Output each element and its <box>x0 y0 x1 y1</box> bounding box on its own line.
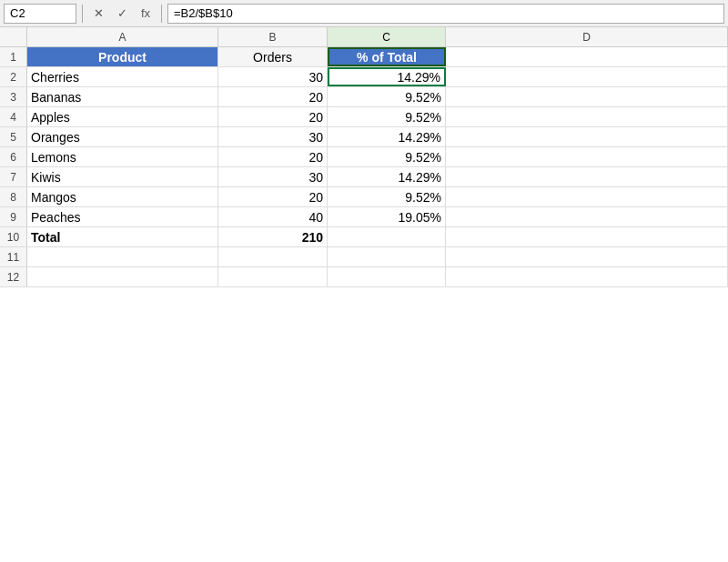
col-header-a[interactable]: A <box>27 27 218 46</box>
cell-d9[interactable] <box>446 207 728 226</box>
cell-d7[interactable] <box>446 167 728 186</box>
column-headers: A B C D <box>0 27 728 47</box>
cell-b6[interactable]: 20 <box>218 147 328 166</box>
cell-c3[interactable]: 9.52% <box>328 87 446 106</box>
row-num-1: 1 <box>0 47 27 66</box>
cell-c12[interactable] <box>328 267 446 286</box>
cell-a3[interactable]: Bananas <box>27 87 218 106</box>
cell-c7[interactable]: 14.29% <box>328 167 446 186</box>
spreadsheet: A B C D 1 Product Orders % of Total 2 Ch… <box>0 27 728 562</box>
cell-b3[interactable]: 20 <box>218 87 328 106</box>
cell-a4[interactable]: Apples <box>27 107 218 126</box>
cell-a7[interactable]: Kiwis <box>27 167 218 186</box>
row-num-12: 12 <box>0 267 27 286</box>
row-num-11: 11 <box>0 247 27 266</box>
cell-d4[interactable] <box>446 107 728 126</box>
cell-b11[interactable] <box>218 247 328 266</box>
cell-d11[interactable] <box>446 247 728 266</box>
cell-d1[interactable] <box>446 47 728 66</box>
cell-a6[interactable]: Lemons <box>27 147 218 166</box>
corner-spacer <box>0 27 27 46</box>
formula-input[interactable] <box>167 4 724 24</box>
data-row-9: 9 Peaches 40 19.05% <box>0 207 728 227</box>
col-header-b[interactable]: B <box>218 27 328 46</box>
function-button[interactable]: fx <box>136 4 156 24</box>
data-row-4: 4 Apples 20 9.52% <box>0 107 728 127</box>
cell-c8[interactable]: 9.52% <box>328 187 446 206</box>
cell-name-box[interactable]: C2 <box>4 4 76 24</box>
cell-a-total[interactable]: Total <box>27 227 218 246</box>
formula-separator-2 <box>161 5 162 23</box>
cell-b1[interactable]: Orders <box>218 47 328 66</box>
row-num-5: 5 <box>0 127 27 146</box>
data-rows: 2 Cherries 30 14.29% 3 Bananas 20 9.52% … <box>0 67 728 227</box>
cell-b7[interactable]: 30 <box>218 167 328 186</box>
cancel-button[interactable]: ✕ <box>88 4 108 24</box>
cell-c4[interactable]: 9.52% <box>328 107 446 126</box>
empty-rows: 11 12 <box>0 247 728 287</box>
cell-a2[interactable]: Cherries <box>27 67 218 86</box>
cell-b9[interactable]: 40 <box>218 207 328 226</box>
cell-a12[interactable] <box>27 267 218 286</box>
data-row-3: 3 Bananas 20 9.52% <box>0 87 728 107</box>
cell-c1[interactable]: % of Total <box>328 47 446 66</box>
col-header-d[interactable]: D <box>446 27 728 46</box>
cell-c5[interactable]: 14.29% <box>328 127 446 146</box>
col-header-c[interactable]: C <box>328 27 446 46</box>
formula-bar: C2 ✕ ✓ fx <box>0 0 728 27</box>
row-num-8: 8 <box>0 187 27 206</box>
cell-d6[interactable] <box>446 147 728 166</box>
header-row: 1 Product Orders % of Total <box>0 47 728 67</box>
data-row-5: 5 Oranges 30 14.29% <box>0 127 728 147</box>
cell-d12[interactable] <box>446 267 728 286</box>
cell-a5[interactable]: Oranges <box>27 127 218 146</box>
cell-b2[interactable]: 30 <box>218 67 328 86</box>
empty-row-11: 11 <box>0 247 728 267</box>
row-num-3: 3 <box>0 87 27 106</box>
row-num-2: 2 <box>0 67 27 86</box>
cell-c9[interactable]: 19.05% <box>328 207 446 226</box>
data-row-6: 6 Lemons 20 9.52% <box>0 147 728 167</box>
confirm-button[interactable]: ✓ <box>112 4 132 24</box>
data-row-2: 2 Cherries 30 14.29% <box>0 67 728 87</box>
cell-d5[interactable] <box>446 127 728 146</box>
cell-b12[interactable] <box>218 267 328 286</box>
cell-b-total[interactable]: 210 <box>218 227 328 246</box>
cell-d-total[interactable] <box>446 227 728 246</box>
row-num-total: 10 <box>0 227 27 246</box>
cell-b8[interactable]: 20 <box>218 187 328 206</box>
cell-a1[interactable]: Product <box>27 47 218 66</box>
grid-body: 1 Product Orders % of Total 2 Cherries 3… <box>0 47 728 562</box>
row-num-4: 4 <box>0 107 27 126</box>
cell-c11[interactable] <box>328 247 446 266</box>
cell-c-total[interactable] <box>328 227 446 246</box>
cell-a8[interactable]: Mangos <box>27 187 218 206</box>
cell-d8[interactable] <box>446 187 728 206</box>
cell-a11[interactable] <box>27 247 218 266</box>
empty-row-12: 12 <box>0 267 728 287</box>
row-num-6: 6 <box>0 147 27 166</box>
total-row: 10 Total 210 <box>0 227 728 247</box>
cell-b4[interactable]: 20 <box>218 107 328 126</box>
cell-d3[interactable] <box>446 87 728 106</box>
cell-d2[interactable] <box>446 67 728 86</box>
cell-b5[interactable]: 30 <box>218 127 328 146</box>
data-row-8: 8 Mangos 20 9.52% <box>0 187 728 207</box>
data-row-7: 7 Kiwis 30 14.29% <box>0 167 728 187</box>
row-num-9: 9 <box>0 207 27 226</box>
row-num-7: 7 <box>0 167 27 186</box>
cell-c2[interactable]: 14.29% <box>328 67 446 86</box>
cell-c6[interactable]: 9.52% <box>328 147 446 166</box>
cell-a9[interactable]: Peaches <box>27 207 218 226</box>
formula-separator <box>82 5 83 23</box>
